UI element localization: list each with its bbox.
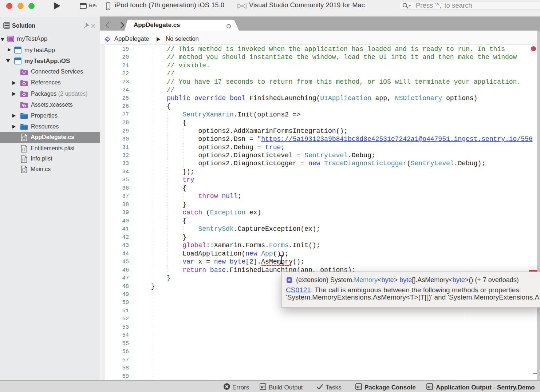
svg-text:{}: {} bbox=[22, 136, 26, 140]
svg-text:{}: {} bbox=[22, 168, 26, 172]
svg-text:C: C bbox=[106, 37, 109, 41]
